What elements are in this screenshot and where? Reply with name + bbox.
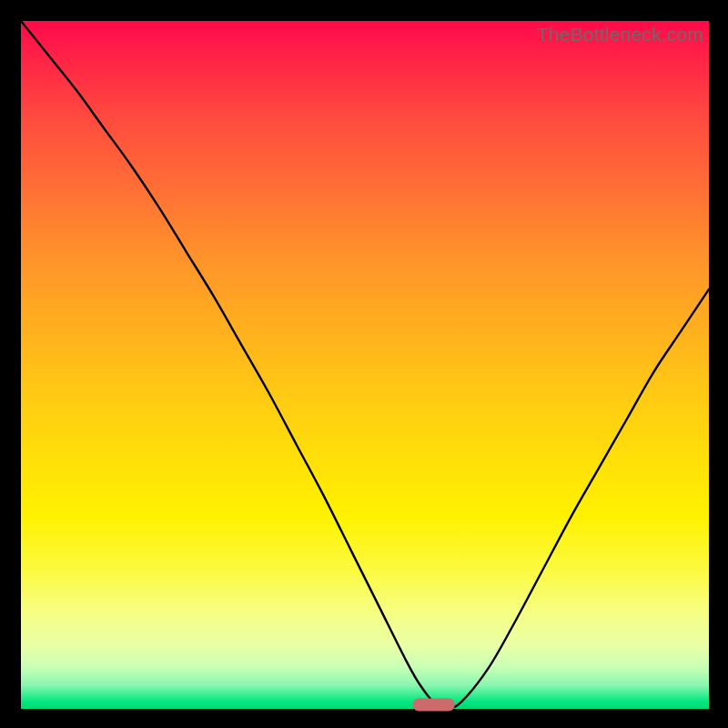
chart-frame: TheBottleneck.com — [0, 0, 728, 728]
chart-svg — [21, 21, 709, 709]
optimum-marker — [413, 699, 454, 711]
plot-area: TheBottleneck.com — [21, 21, 709, 709]
bottleneck-curve — [21, 21, 709, 708]
